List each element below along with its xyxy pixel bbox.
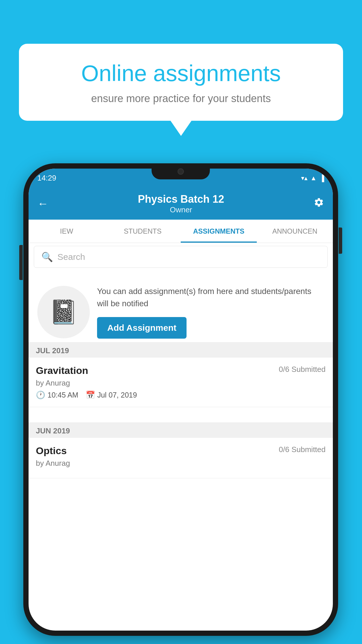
assignment-author-optics: by Anurag — [36, 459, 326, 468]
signal-icon: ▲ — [310, 174, 317, 182]
phone-outer-frame: 14:29 ▾▴ ▲ ▐ ← Physics Batch 12 Owner — [23, 163, 338, 636]
tab-announcements[interactable]: ANNOUNCEN — [257, 220, 333, 243]
assignment-item-gravitation[interactable]: Gravitation 0/6 Submitted by Anurag 🕐 10… — [29, 358, 333, 407]
assignment-top-row: Gravitation 0/6 Submitted — [36, 365, 326, 376]
phone-screen: 14:29 ▾▴ ▲ ▐ ← Physics Batch 12 Owner — [29, 169, 333, 631]
bubble-subtitle: ensure more practice for your students — [36, 92, 326, 105]
month-separator-jul: JUL 2019 — [29, 342, 333, 359]
settings-icon[interactable] — [314, 197, 324, 210]
search-icon: 🔍 — [41, 251, 53, 262]
gear-svg — [314, 197, 324, 208]
empty-state-content: You can add assignment(s) from here and … — [97, 285, 324, 339]
camera — [178, 168, 184, 175]
app-header: ← Physics Batch 12 Owner — [29, 188, 333, 220]
calendar-icon: 📅 — [86, 391, 95, 400]
add-assignment-button[interactable]: Add Assignment — [97, 317, 187, 339]
notebook-icon: 📓 — [49, 298, 78, 326]
assignment-meta-gravitation: 🕐 10:45 AM 📅 Jul 07, 2019 — [36, 391, 326, 400]
phone-notch — [152, 163, 210, 179]
assignment-time: 🕐 10:45 AM — [36, 391, 78, 400]
phone-mockup: 14:29 ▾▴ ▲ ▐ ← Physics Batch 12 Owner — [23, 163, 338, 636]
battery-icon: ▐ — [319, 174, 324, 182]
clock-icon: 🕐 — [36, 391, 45, 400]
tab-iew[interactable]: IEW — [29, 220, 105, 243]
search-placeholder: Search — [57, 252, 85, 262]
assignment-submitted-gravitation: 0/6 Submitted — [279, 365, 326, 374]
assignment-item-optics[interactable]: Optics 0/6 Submitted by Anurag — [29, 438, 333, 478]
empty-state-card: 📓 You can add assignment(s) from here an… — [29, 274, 333, 350]
wifi-icon: ▾▴ — [301, 174, 307, 182]
tab-bar: IEW STUDENTS ASSIGNMENTS ANNOUNCEN — [29, 220, 333, 243]
bubble-title: Online assignments — [36, 60, 326, 87]
header-center: Physics Batch 12 Owner — [138, 193, 224, 214]
empty-state-description: You can add assignment(s) from here and … — [97, 285, 324, 310]
month-separator-jun: JUN 2019 — [29, 422, 333, 440]
assignment-author-gravitation: by Anurag — [36, 379, 326, 388]
assignment-icon-circle: 📓 — [37, 286, 90, 338]
assignment-date: 📅 Jul 07, 2019 — [86, 391, 137, 400]
status-time: 14:29 — [37, 174, 56, 183]
search-bar[interactable]: 🔍 Search — [34, 246, 328, 268]
assignment-name-gravitation: Gravitation — [36, 365, 88, 376]
batch-title: Physics Batch 12 — [138, 193, 224, 205]
assignment-top-row-optics: Optics 0/6 Submitted — [36, 445, 326, 456]
speech-bubble-card: Online assignments ensure more practice … — [19, 44, 343, 121]
assignment-submitted-optics: 0/6 Submitted — [279, 445, 326, 454]
status-icons: ▾▴ ▲ ▐ — [301, 174, 324, 182]
speech-bubble: Online assignments ensure more practice … — [19, 44, 343, 121]
assignment-name-optics: Optics — [36, 445, 67, 456]
tab-assignments[interactable]: ASSIGNMENTS — [181, 220, 257, 243]
tab-students[interactable]: STUDENTS — [105, 220, 181, 243]
batch-subtitle: Owner — [138, 205, 224, 214]
back-button[interactable]: ← — [37, 197, 48, 210]
